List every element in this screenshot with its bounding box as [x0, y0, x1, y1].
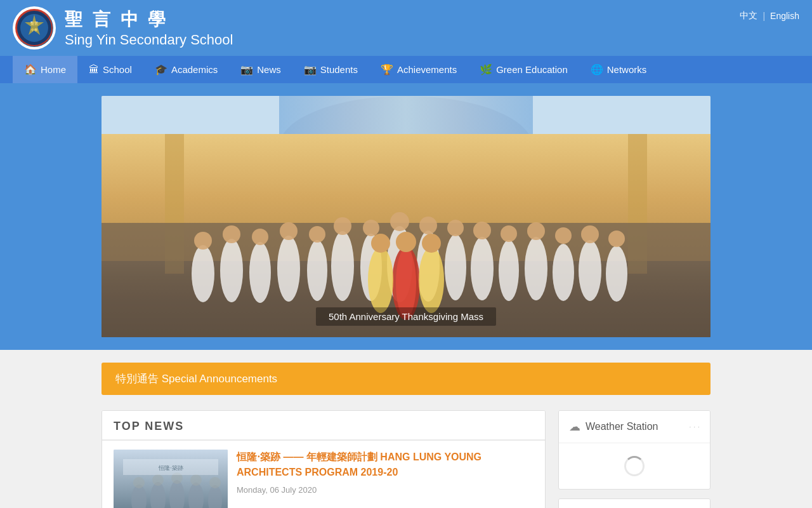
school-name-chinese: 聖 言 中 學 [65, 8, 233, 32]
svg-point-31 [280, 222, 298, 240]
news-date: Monday, 06 July 2020 [237, 485, 534, 495]
svg-point-37 [447, 220, 464, 236]
svg-point-14 [249, 242, 271, 303]
announcement-bar[interactable]: 特別通告 Special Announcements [102, 363, 710, 395]
lang-chinese[interactable]: 中文 [740, 10, 757, 22]
bottom-section: TOP NEWS [102, 410, 710, 508]
nav-green-education[interactable]: 🌿 Green Education [468, 56, 579, 83]
svg-point-32 [309, 226, 325, 243]
svg-point-34 [363, 220, 379, 236]
nav-networks-label: Networks [607, 64, 647, 75]
students-icon: 📷 [304, 64, 317, 76]
svg-point-47 [368, 247, 393, 313]
news-icon: 📷 [240, 64, 253, 76]
svg-point-30 [252, 229, 268, 245]
weather-dots: · · · [689, 422, 700, 431]
svg-point-48 [371, 234, 390, 253]
svg-point-60 [190, 474, 202, 486]
church-svg [102, 96, 710, 337]
svg-point-49 [419, 247, 444, 313]
svg-point-12 [192, 245, 214, 302]
main-navigation: 🏠 Home 🏛 School 🎓 Academics 📷 News 📷 Stu… [0, 56, 812, 83]
loading-spinner [624, 456, 645, 476]
svg-point-35 [390, 212, 409, 231]
svg-point-46 [396, 232, 416, 252]
lang-english[interactable]: English [770, 11, 799, 21]
header: 聖言 中學 聖 言 中 學 Sing Yin Secondary School … [0, 0, 812, 56]
svg-text:恒隆‧築跡: 恒隆‧築跡 [158, 465, 183, 471]
svg-point-16 [307, 240, 327, 301]
top-news-heading: TOP NEWS [114, 420, 534, 433]
svg-point-17 [331, 231, 354, 301]
weather-widget: ☁ Weather Station · · · [558, 410, 710, 490]
svg-point-39 [501, 225, 517, 242]
svg-point-13 [220, 239, 243, 302]
top-news-header: TOP NEWS [102, 411, 545, 441]
nav-home-label: Home [41, 64, 66, 75]
nav-school-label: School [103, 64, 132, 75]
school-icon: 🏛 [89, 64, 99, 76]
achievements-icon: 🏆 [381, 64, 393, 76]
green-education-icon: 🌿 [480, 64, 492, 76]
hero-background [102, 96, 710, 337]
news-item: 恒隆‧築跡 恒隆‧築跡 —— 年輕建築師計劃 HANG LUNG YOUNG A… [102, 441, 545, 508]
nav-students[interactable]: 📷 Students [292, 56, 369, 83]
nav-school[interactable]: 🏛 School [77, 56, 143, 83]
svg-point-58 [152, 474, 164, 486]
news-content: 恒隆‧築跡 —— 年輕建築師計劃 HANG LUNG YOUNG ARCHITE… [237, 450, 534, 508]
svg-point-29 [223, 225, 240, 243]
weather-widget-title: Weather Station [586, 421, 658, 432]
nav-news[interactable]: 📷 News [229, 56, 292, 83]
svg-point-26 [579, 240, 601, 301]
svg-point-27 [606, 246, 627, 302]
svg-point-21 [445, 234, 466, 300]
academics-icon: 🎓 [155, 64, 167, 76]
svg-point-15 [277, 236, 300, 302]
news-title[interactable]: 恒隆‧築跡 —— 年輕建築師計劃 HANG LUNG YOUNG ARCHITE… [237, 450, 534, 480]
svg-point-43 [608, 231, 625, 247]
home-icon: 🏠 [24, 64, 37, 76]
news-thumbnail: 恒隆‧築跡 [114, 450, 228, 508]
svg-point-25 [553, 244, 574, 301]
svg-point-23 [499, 240, 519, 301]
cloud-icon: ☁ [569, 420, 580, 434]
main-content: 特別通告 Special Announcements TOP NEWS [0, 350, 812, 508]
language-switcher: 中文 | English [740, 6, 799, 22]
nav-achievements[interactable]: 🏆 Achievements [369, 56, 468, 83]
networks-icon: 🌐 [591, 64, 603, 76]
nav-news-label: News [257, 64, 281, 75]
school-title: 聖 言 中 學 Sing Yin Secondary School [65, 8, 233, 48]
svg-point-22 [471, 237, 494, 300]
svg-point-42 [581, 225, 599, 243]
nav-green-education-label: Green Education [496, 64, 568, 75]
right-sidebar: ☁ Weather Station · · · 📅 School Calenda… [558, 410, 710, 508]
svg-point-28 [194, 232, 212, 250]
school-name-english: Sing Yin Secondary School [65, 32, 233, 48]
svg-point-33 [334, 217, 351, 235]
nav-students-label: Students [320, 64, 358, 75]
svg-point-57 [133, 477, 145, 488]
nav-networks[interactable]: 🌐 Networks [579, 56, 658, 83]
hero-image: 50th Anniversary Thanksgiving Mass [102, 96, 710, 337]
svg-point-50 [422, 234, 441, 253]
nav-academics[interactable]: 🎓 Academics [143, 56, 229, 83]
logo-area: 聖言 中學 聖 言 中 學 Sing Yin Secondary School [13, 6, 233, 50]
news-image-svg: 恒隆‧築跡 [114, 450, 228, 508]
weather-widget-header: ☁ Weather Station · · · [559, 411, 710, 443]
calendar-widget: 📅 School Calendar · · · [558, 498, 710, 508]
svg-point-36 [419, 217, 437, 234]
calendar-widget-header: 📅 School Calendar · · · [559, 499, 710, 508]
nav-achievements-label: Achievements [397, 64, 457, 75]
school-logo: 聖言 中學 [13, 6, 56, 50]
svg-point-41 [555, 227, 572, 244]
hero-caption: 50th Anniversary Thanksgiving Mass [316, 307, 496, 326]
svg-point-61 [209, 477, 221, 488]
nav-home[interactable]: 🏠 Home [13, 56, 77, 83]
nav-academics-label: Academics [171, 64, 218, 75]
weather-widget-body [559, 443, 710, 489]
svg-point-38 [473, 222, 491, 239]
svg-point-40 [527, 222, 545, 240]
top-news-panel: TOP NEWS [102, 410, 546, 508]
svg-point-24 [525, 237, 547, 300]
hero-section: 50th Anniversary Thanksgiving Mass [0, 83, 812, 350]
